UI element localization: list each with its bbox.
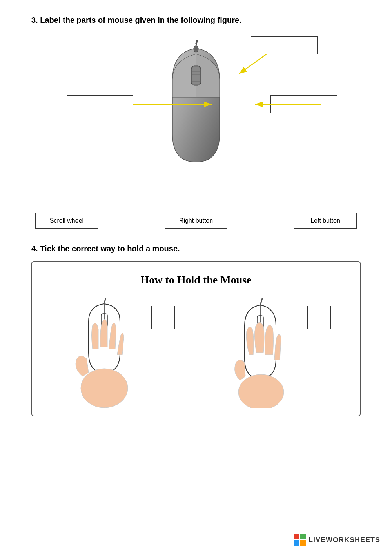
hands-row [40,298,352,408]
svg-rect-20 [300,534,306,539]
svg-point-7 [194,46,198,52]
answer-boxes-row: Scroll wheel Right button Left button [31,213,361,229]
checkbox2[interactable] [307,306,331,329]
section3-title: 3. Label the parts of mouse given in the… [31,16,361,25]
svg-rect-21 [294,540,299,546]
footer: LIVEWORKSHEETS [294,534,380,546]
hold-mouse-box: How to Hold the Mouse [31,261,361,416]
left-button-box: Left button [294,213,357,229]
hand-item-2 [217,298,331,408]
footer-text: LIVEWORKSHEETS [309,536,380,544]
left-label-box [67,95,133,113]
checkbox1[interactable] [151,306,175,329]
hand-item-1 [61,298,175,408]
svg-line-10 [239,54,267,74]
hand2-svg [217,298,303,408]
mouse-diagram-area [31,33,361,201]
hand1-svg [61,298,147,408]
section4: 4. Tick the correct way to hold a mouse.… [31,244,361,416]
mouse-illustration [157,40,235,166]
scroll-wheel-box: Scroll wheel [35,213,98,229]
right-button-box: Right button [165,213,227,229]
section3: 3. Label the parts of mouse given in the… [31,16,361,229]
top-label-box [251,36,318,54]
svg-point-15 [81,369,128,408]
svg-rect-19 [294,534,299,539]
svg-point-18 [238,374,284,408]
svg-rect-22 [300,540,306,546]
section4-title: 4. Tick the correct way to hold a mouse. [31,244,361,253]
svg-rect-2 [192,67,200,84]
hold-mouse-box-title: How to Hold the Mouse [40,274,352,286]
right-label-box [270,95,337,113]
liveworksheets-logo [294,534,306,546]
